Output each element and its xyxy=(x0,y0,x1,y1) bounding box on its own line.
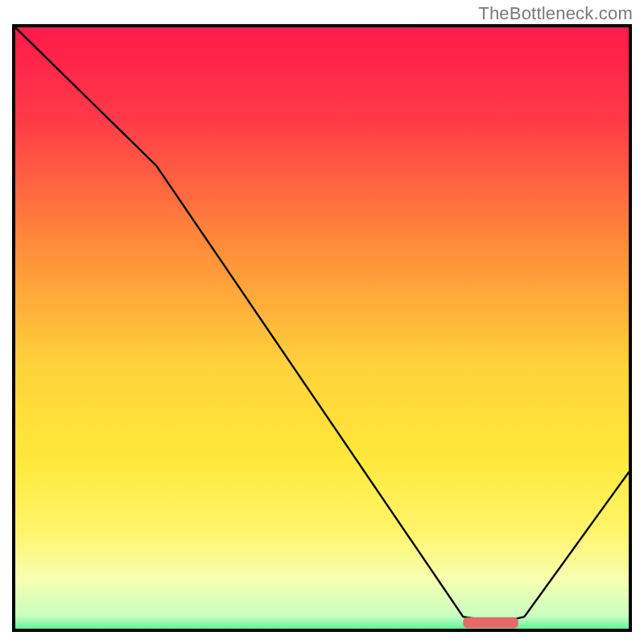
chart-container: TheBottleneck.com xyxy=(0,0,644,644)
plot-frame xyxy=(12,24,632,632)
bottleneck-curve xyxy=(15,27,629,623)
chart-svg xyxy=(15,27,629,629)
optimal-marker xyxy=(463,617,518,628)
watermark-text: TheBottleneck.com xyxy=(478,3,633,24)
